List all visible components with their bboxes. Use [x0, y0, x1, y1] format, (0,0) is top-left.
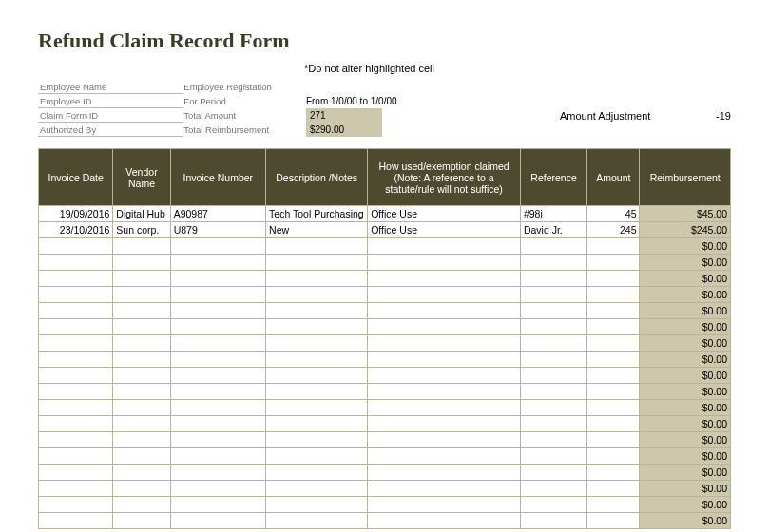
table-row[interactable]: $0.00: [39, 352, 731, 368]
table-row[interactable]: $0.00: [39, 432, 731, 448]
how-used-cell[interactable]: Office Use: [368, 222, 521, 238]
invoice-date-cell[interactable]: [39, 481, 113, 497]
table-row[interactable]: $0.00: [39, 303, 731, 319]
invoice-number-cell[interactable]: [170, 513, 265, 529]
reference-cell[interactable]: [520, 271, 586, 287]
invoice-number-cell[interactable]: [170, 432, 265, 448]
vendor-cell[interactable]: [113, 432, 170, 448]
how-used-cell[interactable]: Office Use: [368, 206, 521, 222]
description-cell[interactable]: [266, 319, 368, 335]
amount-cell[interactable]: [587, 335, 640, 352]
amount-cell[interactable]: [587, 384, 640, 400]
how-used-cell[interactable]: [368, 368, 521, 384]
invoice-date-cell[interactable]: [39, 497, 113, 513]
amount-cell[interactable]: [587, 303, 640, 319]
table-row[interactable]: $0.00: [39, 465, 731, 481]
invoice-number-cell[interactable]: [170, 238, 265, 255]
reference-cell[interactable]: [520, 465, 586, 481]
description-cell[interactable]: [266, 384, 368, 400]
vendor-cell[interactable]: [113, 238, 170, 255]
table-row[interactable]: $0.00: [39, 255, 731, 271]
amount-cell[interactable]: [587, 497, 640, 513]
vendor-cell[interactable]: [113, 384, 170, 400]
invoice-number-cell[interactable]: [170, 400, 265, 416]
description-cell[interactable]: [266, 255, 368, 271]
description-cell[interactable]: New: [266, 222, 368, 238]
invoice-date-cell[interactable]: [39, 238, 113, 255]
table-row[interactable]: $0.00: [39, 384, 731, 400]
reference-cell[interactable]: [520, 255, 586, 271]
table-row[interactable]: $0.00: [39, 368, 731, 384]
vendor-cell[interactable]: [113, 319, 170, 335]
table-row[interactable]: $0.00: [39, 481, 731, 497]
description-cell[interactable]: [266, 481, 368, 497]
reference-cell[interactable]: [520, 513, 586, 529]
reference-cell[interactable]: #98i: [520, 206, 586, 222]
reference-cell[interactable]: [520, 481, 586, 497]
reference-cell[interactable]: [520, 335, 586, 352]
vendor-cell[interactable]: [113, 497, 170, 513]
invoice-number-cell[interactable]: [170, 303, 265, 319]
vendor-cell[interactable]: Digital Hub: [113, 206, 170, 222]
table-row[interactable]: $0.00: [39, 335, 731, 352]
invoice-date-cell[interactable]: [39, 287, 113, 303]
invoice-number-cell[interactable]: [170, 319, 265, 335]
how-used-cell[interactable]: [368, 432, 521, 448]
how-used-cell[interactable]: [368, 481, 521, 497]
how-used-cell[interactable]: [368, 238, 521, 255]
amount-cell[interactable]: [587, 400, 640, 416]
invoice-date-cell[interactable]: [39, 319, 113, 335]
invoice-date-cell[interactable]: [39, 416, 113, 432]
vendor-cell[interactable]: Sun corp.: [113, 222, 170, 238]
invoice-date-cell[interactable]: [39, 255, 113, 271]
description-cell[interactable]: Tech Tool Purchasing: [266, 206, 368, 222]
amount-cell[interactable]: [587, 238, 640, 255]
invoice-date-cell[interactable]: [39, 400, 113, 416]
description-cell[interactable]: [266, 497, 368, 513]
invoice-number-cell[interactable]: [170, 335, 265, 352]
amount-cell[interactable]: 245: [587, 222, 640, 238]
vendor-cell[interactable]: [113, 352, 170, 368]
table-row[interactable]: $0.00: [39, 416, 731, 432]
invoice-number-cell[interactable]: [170, 271, 265, 287]
vendor-cell[interactable]: [113, 416, 170, 432]
how-used-cell[interactable]: [368, 448, 521, 465]
table-row[interactable]: $0.00: [39, 497, 731, 513]
description-cell[interactable]: [266, 465, 368, 481]
how-used-cell[interactable]: [368, 400, 521, 416]
table-row[interactable]: $0.00: [39, 513, 731, 529]
vendor-cell[interactable]: [113, 465, 170, 481]
invoice-number-cell[interactable]: [170, 384, 265, 400]
how-used-cell[interactable]: [368, 319, 521, 335]
table-row[interactable]: $0.00: [39, 238, 731, 255]
vendor-cell[interactable]: [113, 271, 170, 287]
description-cell[interactable]: [266, 448, 368, 465]
invoice-date-cell[interactable]: [39, 271, 113, 287]
reference-cell[interactable]: [520, 368, 586, 384]
invoice-number-cell[interactable]: [170, 448, 265, 465]
description-cell[interactable]: [266, 238, 368, 255]
table-row[interactable]: $0.00: [39, 287, 731, 303]
how-used-cell[interactable]: [368, 384, 521, 400]
table-row[interactable]: $0.00: [39, 271, 731, 287]
vendor-cell[interactable]: [113, 368, 170, 384]
reference-cell[interactable]: [520, 384, 586, 400]
invoice-date-cell[interactable]: [39, 368, 113, 384]
description-cell[interactable]: [266, 352, 368, 368]
how-used-cell[interactable]: [368, 271, 521, 287]
invoice-date-cell[interactable]: [39, 513, 113, 529]
how-used-cell[interactable]: [368, 287, 521, 303]
invoice-number-cell[interactable]: [170, 352, 265, 368]
invoice-number-cell[interactable]: [170, 416, 265, 432]
invoice-date-cell[interactable]: [39, 352, 113, 368]
invoice-date-cell[interactable]: [39, 303, 113, 319]
amount-cell[interactable]: [587, 271, 640, 287]
vendor-cell[interactable]: [113, 481, 170, 497]
reference-cell[interactable]: [520, 352, 586, 368]
for-period-value[interactable]: From 1/0/00 to 1/0/00: [306, 94, 560, 108]
reference-cell[interactable]: [520, 432, 586, 448]
reference-cell[interactable]: [520, 400, 586, 416]
description-cell[interactable]: [266, 287, 368, 303]
table-row[interactable]: $0.00: [39, 319, 731, 335]
invoice-number-cell[interactable]: [170, 481, 265, 497]
